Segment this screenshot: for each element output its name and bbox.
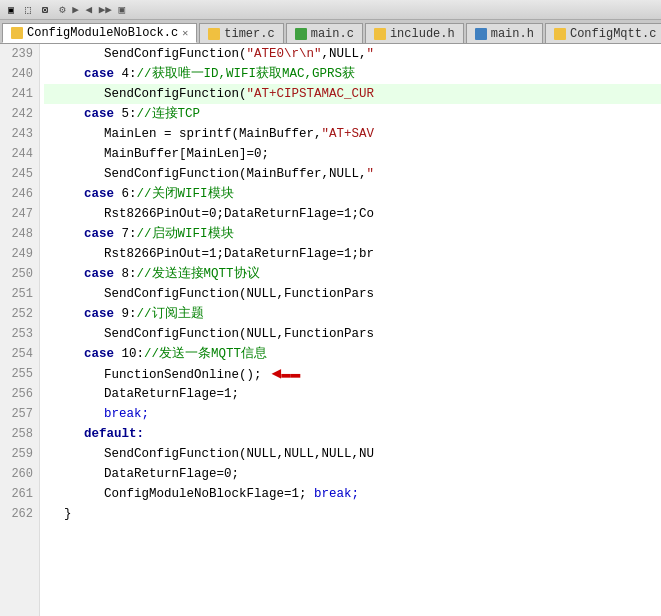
line-num-259: 259 (0, 444, 39, 464)
code-line-243: MainLen = sprintf(MainBuffer,"AT+SAV (44, 124, 661, 144)
line-num-240: 240 (0, 64, 39, 84)
line-num-260: 260 (0, 464, 39, 484)
line-num-261: 261 (0, 484, 39, 504)
code-content[interactable]: SendConfigFunction("ATE0\r\n",NULL," cas… (40, 44, 661, 616)
restore-icon[interactable]: ⬚ (21, 3, 35, 17)
line-num-246: 246 (0, 184, 39, 204)
code-line-255: FunctionSendOnline();◀▬▬ (44, 364, 661, 384)
code-line-251: SendConfigFunction(NULL,FunctionPars (44, 284, 661, 304)
line-num-251: 251 (0, 284, 39, 304)
line-num-262: 262 (0, 504, 39, 524)
code-line-249: Rst8266PinOut=1;DataReturnFlage=1;br (44, 244, 661, 264)
tab-bar: ConfigModuleNoBlock.c ✕ timer.c main.c i… (0, 20, 661, 44)
tab-icon (295, 28, 307, 40)
code-line-259: SendConfigFunction(NULL,NULL,NULL,NU (44, 444, 661, 464)
tab-close-btn[interactable]: ✕ (182, 27, 188, 39)
code-line-257: break; (44, 404, 661, 424)
tab-mainc[interactable]: main.c (286, 23, 363, 43)
toolbar-icons: ⚙ ▶ ◀ ▶▶ ▣ (59, 3, 125, 17)
line-num-243: 243 (0, 124, 39, 144)
code-line-262: } (44, 504, 661, 524)
tab-label: timer.c (224, 27, 274, 41)
code-line-245: SendConfigFunction(MainBuffer,NULL," (44, 164, 661, 184)
tab-configmodulenoblock[interactable]: ConfigModuleNoBlock.c ✕ (2, 23, 197, 43)
tab-label: main.h (491, 27, 534, 41)
title-bar-controls: ▣ ⬚ ⊠ ⚙ ▶ ◀ ▶▶ ▣ (4, 3, 125, 17)
code-line-239: SendConfigFunction("ATE0\r\n",NULL," (44, 44, 661, 64)
code-line-252: case 9://订阅主题 (44, 304, 661, 324)
code-line-254: case 10://发送一条MQTT信息 (44, 344, 661, 364)
code-line-248: case 7://启动WIFI模块 (44, 224, 661, 244)
tab-icon (11, 27, 23, 39)
tab-icon (208, 28, 220, 40)
line-num-258: 258 (0, 424, 39, 444)
tab-includeh[interactable]: include.h (365, 23, 464, 43)
code-line-253: SendConfigFunction(NULL,FunctionPars (44, 324, 661, 344)
tab-configmqttc[interactable]: ConfigMqtt.c (545, 23, 661, 43)
tab-label: main.c (311, 27, 354, 41)
line-num-249: 249 (0, 244, 39, 264)
tab-mainh[interactable]: main.h (466, 23, 543, 43)
tab-label: ConfigModuleNoBlock.c (27, 26, 178, 40)
tab-icon (475, 28, 487, 40)
tab-label: ConfigMqtt.c (570, 27, 656, 41)
line-num-252: 252 (0, 304, 39, 324)
line-num-242: 242 (0, 104, 39, 124)
line-num-255: 255 (0, 364, 39, 384)
code-line-240: case 4://获取唯一ID,WIFI获取MAC,GPRS获 (44, 64, 661, 84)
line-num-245: 245 (0, 164, 39, 184)
code-line-258: default: (44, 424, 661, 444)
code-line-256: DataReturnFlage=1; (44, 384, 661, 404)
line-num-254: 254 (0, 344, 39, 364)
tab-icon (554, 28, 566, 40)
code-line-260: DataReturnFlage=0; (44, 464, 661, 484)
tab-icon (374, 28, 386, 40)
line-num-253: 253 (0, 324, 39, 344)
code-area: 239 240 241 242 243 244 245 246 247 248 … (0, 44, 661, 616)
line-num-239: 239 (0, 44, 39, 64)
line-num-244: 244 (0, 144, 39, 164)
close-icon[interactable]: ⊠ (38, 3, 52, 17)
tab-timerc[interactable]: timer.c (199, 23, 283, 43)
line-num-257: 257 (0, 404, 39, 424)
code-line-246: case 6://关闭WIFI模块 (44, 184, 661, 204)
code-line-261: ConfigModuleNoBlockFlage=1; break; (44, 484, 661, 504)
minimize-icon[interactable]: ▣ (4, 3, 18, 17)
code-line-242: case 5://连接TCP (44, 104, 661, 124)
line-num-256: 256 (0, 384, 39, 404)
code-line-250: case 8://发送连接MQTT协议 (44, 264, 661, 284)
code-line-244: MainBuffer[MainLen]=0; (44, 144, 661, 164)
line-num-241: 241 (0, 84, 39, 104)
line-numbers: 239 240 241 242 243 244 245 246 247 248 … (0, 44, 40, 616)
tab-label: include.h (390, 27, 455, 41)
line-num-250: 250 (0, 264, 39, 284)
code-line-241: SendConfigFunction("AT+CIPSTAMAC_CUR (44, 84, 661, 104)
line-num-248: 248 (0, 224, 39, 244)
title-bar: ▣ ⬚ ⊠ ⚙ ▶ ◀ ▶▶ ▣ (0, 0, 661, 20)
line-num-247: 247 (0, 204, 39, 224)
code-line-247: Rst8266PinOut=0;DataReturnFlage=1;Co (44, 204, 661, 224)
